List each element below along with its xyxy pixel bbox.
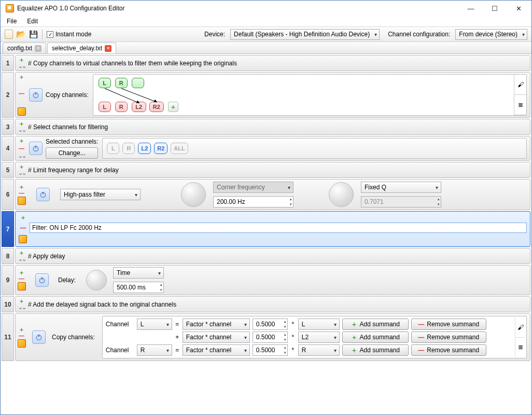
power-button[interactable] [36, 188, 50, 201]
src-select[interactable]: R [298, 344, 340, 356]
tab-config[interactable]: config.txt ✕ [3, 43, 46, 53]
new-icon[interactable] [5, 30, 13, 39]
factor-input[interactable]: 0.5000 [253, 331, 288, 343]
expand-icon[interactable]: ⌄⌄ [18, 305, 25, 310]
q-knob[interactable] [329, 182, 354, 207]
row-number[interactable]: 2 [2, 72, 14, 118]
expand-icon[interactable]: ⌄⌄ [18, 127, 25, 133]
remove-icon[interactable]: — [19, 91, 24, 96]
save-icon[interactable]: 💾 [29, 30, 38, 39]
add-icon[interactable]: ＋ [20, 215, 26, 220]
row-number[interactable]: 10 [2, 296, 14, 312]
remove-summand-button[interactable]: —Remove summand [411, 344, 486, 356]
filter-type-select[interactable]: High-pass filter [60, 189, 141, 200]
add-icon[interactable]: ＋ [19, 298, 24, 304]
row-number[interactable]: 11 [2, 313, 14, 361]
menu-file[interactable]: File [4, 17, 20, 26]
minimize-button[interactable]: — [459, 1, 483, 16]
corner-freq-select[interactable]: Corner frequency [213, 182, 293, 193]
close-button[interactable]: ✕ [507, 1, 530, 16]
remove-icon[interactable]: — [19, 224, 27, 231]
filter-text-input[interactable] [30, 223, 527, 233]
row-number[interactable]: 9 [2, 265, 14, 295]
add-summand-button[interactable]: ＋Add summand [342, 319, 409, 330]
q-mode-select[interactable]: Fixed Q [361, 182, 441, 193]
channel-pill[interactable]: R [122, 143, 135, 154]
factor-input[interactable]: 0.5000 [253, 344, 288, 356]
add-summand-button[interactable]: ＋Add summand [342, 331, 409, 343]
remove-icon[interactable]: — [19, 333, 24, 339]
power-button[interactable] [29, 142, 43, 155]
delay-mode-select[interactable]: Time [113, 267, 164, 279]
remove-icon[interactable]: — [19, 276, 24, 282]
edit-icon[interactable] [18, 282, 26, 290]
remove-summand-button[interactable]: —Remove summand [411, 331, 486, 343]
channel-source[interactable]: L [99, 78, 111, 88]
brush-icon[interactable]: 🖌 [514, 75, 526, 95]
add-icon[interactable]: ＋ [19, 164, 24, 170]
delay-knob[interactable] [86, 270, 107, 290]
add-icon[interactable]: ＋ [19, 121, 24, 127]
channel-dest[interactable]: L [99, 102, 111, 112]
remove-summand-button[interactable]: —Remove summand [411, 319, 486, 330]
add-icon[interactable]: ＋ [19, 57, 24, 63]
maximize-button[interactable]: ☐ [483, 1, 507, 16]
edit-icon[interactable] [18, 107, 26, 116]
src-select[interactable]: L [298, 319, 340, 330]
instant-mode-checkbox[interactable]: ✓ Instant mode [47, 31, 91, 38]
expand-icon[interactable]: ⌄⌄ [18, 153, 25, 159]
channel-dest[interactable]: R [115, 102, 128, 112]
expand-icon[interactable]: ⌄⌄ [18, 256, 25, 262]
row-number[interactable]: 8 [2, 248, 14, 264]
remove-icon[interactable]: — [19, 190, 24, 196]
edit-icon[interactable] [19, 235, 27, 243]
channel-graph[interactable]: L R L R L2 R2 ＋ 🖌 [93, 74, 527, 116]
row-number[interactable]: 5 [2, 162, 14, 178]
menu-edit[interactable]: Edit [24, 17, 41, 26]
mode-select[interactable]: Factor * channel [183, 319, 250, 330]
row-number[interactable]: 6 [2, 179, 14, 210]
power-button[interactable] [35, 273, 49, 287]
open-icon[interactable]: 📂 [16, 30, 25, 39]
expand-icon[interactable]: ⌄⌄ [18, 170, 25, 176]
remove-icon[interactable]: — [19, 146, 24, 151]
edit-icon[interactable] [18, 197, 26, 205]
channel-pill[interactable]: L [107, 143, 119, 154]
channel-select[interactable]: L [137, 319, 172, 330]
add-icon[interactable]: ＋ [19, 327, 24, 333]
channel-pill[interactable]: ALL [171, 143, 188, 154]
channel-pill[interactable]: L2 [138, 143, 151, 154]
row-number[interactable]: 3 [2, 119, 14, 135]
add-icon[interactable]: ＋ [19, 184, 24, 190]
row-number[interactable]: 1 [2, 55, 14, 71]
edit-icon[interactable] [18, 339, 26, 348]
corner-freq-input[interactable]: 200.00 Hz [213, 196, 293, 208]
device-combo[interactable]: Default (Speakers - High Definition Audi… [230, 29, 380, 40]
chancfg-combo[interactable]: From device (Stereo) [455, 29, 527, 40]
add-icon[interactable]: ＋ [19, 138, 24, 144]
factor-input[interactable]: 0.5000 [253, 319, 288, 330]
channel-pill[interactable]: R2 [154, 143, 167, 154]
channel-select[interactable]: R [137, 344, 172, 356]
mode-select[interactable]: Factor * channel [183, 331, 250, 343]
channel-source-empty[interactable] [132, 78, 144, 88]
close-tab-icon[interactable]: ✕ [105, 45, 111, 52]
power-button[interactable] [32, 330, 46, 344]
power-button[interactable] [29, 88, 43, 102]
add-icon[interactable]: ＋ [19, 270, 24, 275]
list-icon[interactable]: ≣ [515, 337, 525, 357]
add-icon[interactable]: ＋ [19, 74, 24, 80]
delay-value-input[interactable]: 500.00 ms [113, 282, 164, 293]
row-number[interactable]: 4 [2, 136, 14, 161]
close-tab-icon[interactable]: ✕ [35, 45, 41, 52]
channel-source[interactable]: R [115, 78, 128, 88]
add-summand-button[interactable]: ＋Add summand [342, 344, 409, 356]
expand-icon[interactable]: ⌄⌄ [18, 63, 25, 69]
change-button[interactable]: Change... [46, 147, 98, 159]
row-number[interactable]: 7 [2, 211, 14, 247]
brush-icon[interactable]: 🖌 [515, 317, 525, 337]
add-icon[interactable]: ＋ [19, 250, 24, 256]
tab-selective-delay[interactable]: selective_delay.txt ✕ [47, 43, 116, 53]
mode-select[interactable]: Factor * channel [183, 344, 250, 356]
add-channel-button[interactable]: ＋ [168, 102, 178, 112]
